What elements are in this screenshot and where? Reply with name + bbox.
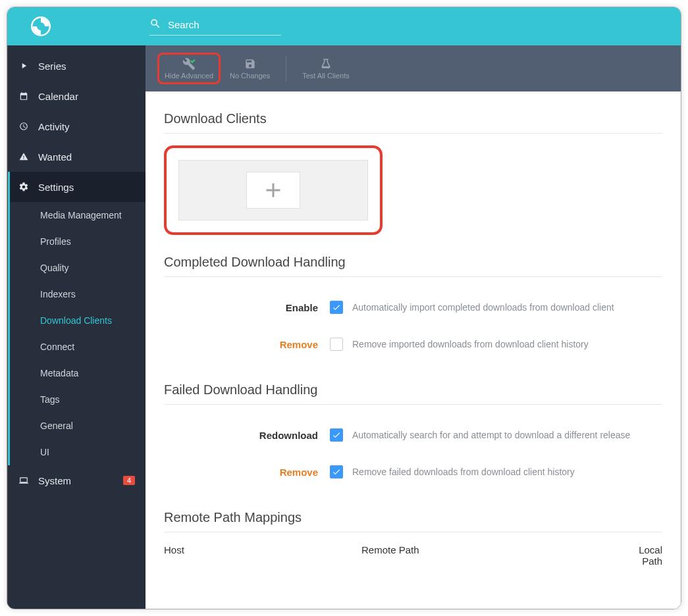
section-download-clients: Download Clients	[164, 111, 662, 126]
remove-completed-help: Remove imported downloads from download …	[352, 339, 589, 349]
subnav-connect[interactable]: Connect	[10, 334, 146, 360]
content: Download Clients Completed Download Hand…	[146, 91, 681, 609]
subnav-metadata[interactable]: Metadata	[10, 360, 146, 386]
toolbar-divider	[286, 55, 286, 82]
section-failed: Failed Download Handling	[164, 382, 662, 398]
hide-advanced-button[interactable]: Hide Advanced	[157, 53, 221, 84]
add-client-highlight	[164, 145, 383, 235]
th-local: Local Path	[623, 544, 662, 567]
redownload-label: Redownload	[164, 430, 330, 441]
divider	[164, 133, 662, 134]
topbar	[7, 7, 681, 45]
enable-checkbox[interactable]	[330, 301, 343, 314]
sidebar-item-settings[interactable]: Settings	[8, 172, 146, 202]
sidebar-item-activity[interactable]: Activity	[8, 111, 146, 141]
remove-completed-checkbox[interactable]	[330, 338, 343, 351]
sidebar-item-label: Series	[38, 61, 66, 72]
settings-subnav: Media Management Profiles Quality Indexe…	[8, 202, 146, 465]
laptop-icon	[18, 475, 29, 486]
sidebar-item-label: System	[38, 475, 71, 486]
app-logo	[31, 16, 51, 36]
sidebar-item-calendar[interactable]: Calendar	[8, 81, 146, 111]
toolbar: Hide Advanced No Changes Test All Client…	[146, 45, 681, 91]
remote-path-table-header: Host Remote Path Local Path	[164, 544, 662, 567]
subnav-tags[interactable]: Tags	[10, 386, 146, 413]
sidebar: Series Calendar Activity Wanted Settings…	[7, 45, 146, 609]
sidebar-item-label: Activity	[38, 121, 70, 132]
sidebar-item-label: Settings	[38, 182, 74, 193]
add-client-card[interactable]	[178, 160, 368, 220]
enable-help: Automatically import completed downloads…	[352, 302, 614, 313]
th-remote: Remote Path	[361, 544, 623, 567]
enable-label: Enable	[164, 302, 330, 313]
remove-completed-label: Remove	[164, 339, 330, 350]
remove-failed-checkbox[interactable]	[330, 465, 343, 478]
warning-icon	[18, 151, 29, 162]
sidebar-item-wanted[interactable]: Wanted	[8, 141, 146, 172]
search-icon	[149, 18, 168, 32]
section-completed: Completed Download Handling	[164, 255, 662, 270]
subnav-profiles[interactable]: Profiles	[10, 228, 146, 255]
wrench-check-icon	[182, 57, 196, 70]
redownload-checkbox[interactable]	[330, 428, 343, 442]
search-input[interactable]	[168, 19, 281, 30]
subnav-indexers[interactable]: Indexers	[10, 281, 146, 307]
redownload-help: Automatically search for and attempt to …	[352, 430, 630, 440]
gears-icon	[18, 182, 29, 192]
plus-icon	[246, 172, 300, 209]
calendar-icon	[18, 91, 29, 101]
subnav-ui[interactable]: UI	[10, 439, 146, 465]
test-all-button[interactable]: Test All Clients	[297, 55, 355, 82]
divider	[164, 532, 662, 532]
subnav-general[interactable]: General	[10, 413, 146, 439]
play-icon	[18, 61, 29, 71]
clock-icon	[18, 121, 29, 132]
vial-icon	[320, 57, 332, 70]
sidebar-item-label: Calendar	[38, 91, 78, 102]
remove-failed-label: Remove	[164, 467, 330, 478]
search-box[interactable]	[149, 18, 281, 36]
divider	[164, 276, 662, 277]
sidebar-item-label: Wanted	[38, 151, 72, 163]
subnav-media-management[interactable]: Media Management	[10, 202, 146, 228]
subnav-download-clients[interactable]: Download Clients	[10, 307, 146, 334]
save-icon	[244, 57, 256, 70]
divider	[164, 404, 662, 405]
sidebar-item-system[interactable]: System 4	[8, 465, 146, 496]
section-remote: Remote Path Mappings	[164, 510, 662, 525]
remove-failed-help: Remove failed downloads from download cl…	[352, 467, 575, 477]
sidebar-item-series[interactable]: Series	[8, 51, 146, 81]
save-button[interactable]: No Changes	[225, 55, 275, 82]
subnav-quality[interactable]: Quality	[10, 255, 146, 281]
system-badge: 4	[123, 476, 135, 485]
th-host: Host	[164, 544, 361, 567]
